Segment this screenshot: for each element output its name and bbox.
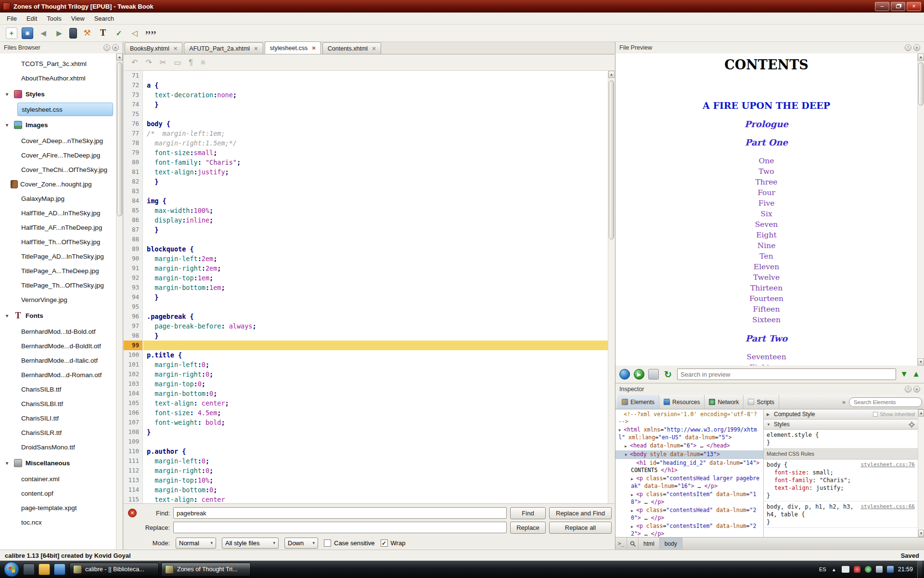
show-inherited-checkbox[interactable]: Show inherited xyxy=(873,411,915,417)
file-item[interactable]: TitlePage_A...TheDeep.jpg xyxy=(0,263,116,278)
update-icon[interactable] xyxy=(865,566,872,573)
code-line[interactable]: margin-bottom:0; xyxy=(143,389,608,398)
scroll-up-icon[interactable]: ▲ xyxy=(918,409,924,417)
code-line[interactable]: font-size: 4.5em; xyxy=(143,408,608,418)
menu-item-view[interactable]: View xyxy=(66,13,90,24)
files-section-fonts[interactable]: ▾TFonts xyxy=(0,307,116,324)
files-section-styles[interactable]: ▾Styles xyxy=(0,85,116,103)
mode-select[interactable]: Normal ▾ xyxy=(176,538,216,549)
pilcrow-icon[interactable]: ¶ xyxy=(189,58,193,67)
element-style-rule[interactable]: element.style { } xyxy=(764,430,918,448)
file-item[interactable]: Cover_TheChi...OfTheSky.jpg xyxy=(0,162,116,177)
collapse-arrow-icon[interactable]: ▾ xyxy=(6,92,11,97)
device-icon[interactable] xyxy=(69,28,77,39)
preview-chapter-link[interactable]: Seven xyxy=(616,219,917,230)
inspector-tab-resources[interactable]: Resources xyxy=(659,395,705,409)
file-item[interactable]: CharisSILI.ttf xyxy=(0,411,116,425)
keyboard-icon[interactable] xyxy=(842,566,849,573)
code-line[interactable]: margin-top:10%; xyxy=(143,475,608,485)
inspector-tab-network[interactable]: Network xyxy=(705,395,744,409)
code-line[interactable]: } xyxy=(143,427,608,437)
file-item[interactable]: Cover_AFire...TheDeep.jpg xyxy=(0,148,116,162)
antivirus-icon[interactable] xyxy=(854,566,860,573)
new-file-icon[interactable]: + xyxy=(6,27,17,39)
file-item[interactable]: toc.ncx xyxy=(0,515,116,529)
dom-tree-row[interactable]: <!--?xml version='1.0' encoding='utf-8'?… xyxy=(616,410,763,426)
dom-tree-row[interactable]: ▶<head data-lnum="6"> … </head> xyxy=(616,442,763,450)
file-preview[interactable]: CONTENTS A FIRE UPON THE DEEP ProloguePa… xyxy=(616,53,917,366)
minimize-button[interactable]: – xyxy=(875,2,889,11)
preview-scrollbar-thumb[interactable] xyxy=(918,62,924,105)
file-item[interactable]: Cover_Zone...hought.jpg xyxy=(0,177,116,191)
styles-section[interactable]: ▼ Styles xyxy=(764,420,918,430)
dom-tree-row[interactable]: ▶<p class="contentsHead larger pagebreak… xyxy=(616,474,763,490)
editor-scrollbar[interactable]: ▲ xyxy=(608,71,615,503)
float-panel-icon[interactable]: ° xyxy=(905,386,911,393)
hidden-icons-arrow[interactable]: ▴ xyxy=(831,566,837,573)
tab-BooksBy.xhtml[interactable]: BooksBy.xhtml× xyxy=(125,42,182,54)
preview-part-heading[interactable]: Prologue xyxy=(616,119,917,129)
check-icon[interactable]: ✓ xyxy=(113,27,125,39)
tree-expand-icon[interactable]: ▶ xyxy=(631,523,636,530)
file-item[interactable]: HalfTitle_AD...InTheSky.jpg xyxy=(0,206,116,220)
gear-icon[interactable] xyxy=(909,421,915,428)
file-item[interactable]: HalfTitle_Th...OfTheSky.jpg xyxy=(0,235,116,249)
options-icon[interactable]: ≡ xyxy=(201,58,205,67)
code-line[interactable]: a { xyxy=(143,80,608,90)
preview-chapter-link[interactable]: Eight xyxy=(616,230,917,240)
css-rule-source-link[interactable]: stylesheet.css:76 xyxy=(860,461,915,469)
language-indicator[interactable]: ES xyxy=(819,566,826,573)
code-line[interactable]: } xyxy=(143,100,608,109)
code-line[interactable] xyxy=(143,109,608,119)
dom-tree-row[interactable]: ▼<html xmlns="http://www.w3.org/1999/xht… xyxy=(616,426,763,442)
css-rule-source-link[interactable]: stylesheet.css:66 xyxy=(860,503,915,511)
preview-search-input[interactable] xyxy=(677,368,896,380)
volume-icon[interactable] xyxy=(876,566,883,573)
file-item[interactable]: BernhardMod...td-Bold.otf xyxy=(0,324,116,339)
preview-chapter-link[interactable]: Nine xyxy=(616,240,917,251)
menu-item-file[interactable]: File xyxy=(2,13,22,24)
preview-chapter-link[interactable]: Thirteen xyxy=(616,283,917,293)
code-line[interactable]: /* margin-left:1em; xyxy=(143,129,608,138)
close-button[interactable]: × xyxy=(907,2,921,11)
close-panel-icon[interactable]: × xyxy=(913,386,920,393)
file-item[interactable]: CharisSILBI.ttf xyxy=(0,396,116,411)
code-line[interactable]: margin-left:2em; xyxy=(143,254,608,263)
close-panel-icon[interactable]: × xyxy=(913,44,920,51)
restore-button[interactable] xyxy=(891,2,905,11)
float-panel-icon[interactable]: ° xyxy=(103,44,110,51)
dom-tree-row[interactable]: <h1 id="heading_id_2" data-lnum="14"> CO… xyxy=(616,459,763,474)
tab-close-icon[interactable]: × xyxy=(312,44,316,52)
replace-button[interactable]: Replace xyxy=(510,522,546,534)
file-item[interactable]: VernorVinge.jpg xyxy=(0,292,116,307)
tree-expand-icon[interactable]: ▶ xyxy=(631,475,636,483)
editor-scrollbar-thumb[interactable] xyxy=(609,80,614,239)
back-icon[interactable]: ◀ xyxy=(38,27,49,39)
code-line[interactable] xyxy=(143,71,608,80)
inspector-tab-elements[interactable]: Elements xyxy=(617,395,659,409)
console-icon[interactable]: >_ xyxy=(616,538,627,550)
code-line[interactable]: } xyxy=(143,292,608,302)
collapse-arrow-icon[interactable]: ▾ xyxy=(6,122,11,128)
code-line[interactable]: font-family: "Charis"; xyxy=(143,158,608,167)
preview-chapter-link[interactable]: Sixteen xyxy=(616,315,917,325)
start-button[interactable] xyxy=(4,562,19,577)
css-property[interactable]: text-align: justify; xyxy=(767,484,915,492)
preview-book-title-link[interactable]: A FIRE UPON THE DEEP xyxy=(616,100,917,111)
direction-select[interactable]: Down ▾ xyxy=(284,538,318,549)
explorer-icon[interactable] xyxy=(38,564,50,575)
code-line[interactable]: blockquote { xyxy=(143,244,608,254)
code-line[interactable] xyxy=(143,437,608,447)
file-item[interactable]: TCOTS_Part_3c.xhtml xyxy=(0,56,116,71)
taskbar-task[interactable]: calibre - || Biblioteca... xyxy=(69,563,159,577)
file-item[interactable]: CharisSILB.ttf xyxy=(0,382,116,396)
titlebar[interactable]: Zones of Thought Trilogy [EPUB] - Tweak … xyxy=(0,0,924,13)
code-line[interactable]: margin-right:1.5em;*/ xyxy=(143,138,608,148)
file-item[interactable]: GalaxyMap.jpg xyxy=(0,191,116,206)
find-prev-icon[interactable]: ▲ xyxy=(912,369,920,379)
tree-collapse-icon[interactable]: ▼ xyxy=(625,451,630,459)
file-item[interactable]: BernhardMode...d-Italic.otf xyxy=(0,353,116,368)
code-line[interactable]: p.title { xyxy=(143,350,608,360)
dom-tree-row[interactable]: ▶<p class="contentsItem" data-lnum="18">… xyxy=(616,490,763,506)
code-line[interactable]: margin-left:0; xyxy=(143,456,608,466)
